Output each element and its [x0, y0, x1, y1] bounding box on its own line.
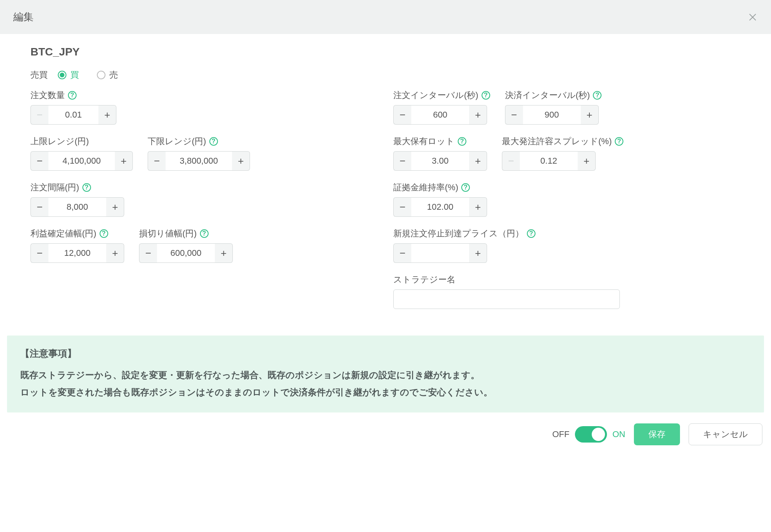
help-icon[interactable]: ?	[82, 183, 91, 192]
field-lower-range: 下限レンジ(円) ? − 3,800,000 +	[148, 136, 250, 171]
minus-button[interactable]: −	[30, 105, 48, 125]
plus-button[interactable]: +	[581, 105, 599, 125]
field-strategy-name: ストラテジー名	[393, 274, 620, 309]
label-order-qty: 注文数量	[30, 89, 65, 101]
radio-buy-label: 買	[70, 69, 79, 81]
field-stop-price: 新規注文停止到達プライス（円） ? − +	[393, 228, 535, 263]
value-order-qty[interactable]: 0.01	[48, 105, 98, 125]
plus-button[interactable]: +	[106, 197, 124, 217]
field-order-interval: 注文インターバル(秒) ? − 600 +	[393, 89, 490, 125]
field-max-spread: 最大発注許容スプレッド(%) ? − 0.12 +	[502, 136, 623, 171]
stepper-upper-range: − 4,100,000 +	[30, 151, 133, 171]
notice-line-1: 既存ストラテジーから、設定を変更・更新を行なった場合、既存のポジションは新規の設…	[20, 367, 751, 384]
toggle-knob-icon	[592, 428, 605, 441]
help-icon[interactable]: ?	[482, 91, 490, 100]
help-icon[interactable]: ?	[100, 229, 108, 238]
minus-button[interactable]: −	[148, 151, 166, 171]
plus-button[interactable]: +	[469, 243, 487, 263]
value-lower-range[interactable]: 3,800,000	[166, 151, 232, 171]
label-strategy-name: ストラテジー名	[393, 274, 455, 286]
help-icon[interactable]: ?	[527, 229, 535, 238]
minus-button[interactable]: −	[393, 243, 411, 263]
minus-button[interactable]: −	[505, 105, 523, 125]
close-icon	[748, 13, 757, 21]
input-strategy-name[interactable]	[393, 289, 620, 309]
label-lower-range: 下限レンジ(円)	[148, 136, 206, 147]
stepper-order-gap: − 8,000 +	[30, 197, 124, 217]
minus-button[interactable]: −	[30, 151, 48, 171]
plus-button[interactable]: +	[115, 151, 133, 171]
value-settle-interval[interactable]: 900	[523, 105, 581, 125]
toggle-off-label: OFF	[552, 429, 569, 439]
label-tp-width: 利益確定値幅(円)	[30, 228, 96, 239]
label-max-lots: 最大保有ロット	[393, 136, 455, 147]
help-icon[interactable]: ?	[68, 91, 77, 100]
value-tp-width[interactable]: 12,000	[48, 243, 106, 263]
buy-sell-label: 売買	[30, 69, 48, 81]
plus-button[interactable]: +	[469, 105, 487, 125]
field-upper-range: 上限レンジ(円) − 4,100,000 +	[30, 136, 133, 171]
enable-toggle[interactable]	[575, 426, 607, 443]
value-order-interval[interactable]: 600	[411, 105, 469, 125]
save-button[interactable]: 保存	[634, 423, 680, 445]
plus-button[interactable]: +	[98, 105, 116, 125]
label-max-spread: 最大発注許容スプレッド(%)	[502, 136, 612, 147]
plus-button[interactable]: +	[469, 151, 487, 171]
label-settle-interval: 決済インターバル(秒)	[505, 89, 590, 101]
minus-button[interactable]: −	[393, 197, 411, 217]
stepper-stop-price: − +	[393, 243, 535, 263]
help-icon[interactable]: ?	[593, 91, 601, 100]
close-button[interactable]	[748, 12, 758, 22]
radio-buy[interactable]: 買	[58, 69, 79, 81]
value-upper-range[interactable]: 4,100,000	[48, 151, 115, 171]
label-margin-ratio: 証拠金維持率(%)	[393, 182, 458, 193]
symbol-title: BTC_JPY	[30, 46, 741, 58]
radio-icon	[97, 71, 105, 79]
minus-button[interactable]: −	[502, 151, 520, 171]
stepper-lower-range: − 3,800,000 +	[148, 151, 250, 171]
plus-button[interactable]: +	[469, 197, 487, 217]
plus-button[interactable]: +	[232, 151, 250, 171]
stepper-settle-interval: − 900 +	[505, 105, 602, 125]
notice-line-2: ロットを変更された場合も既存ポジションはそのままのロットで決済条件が引き継がれま…	[20, 384, 751, 401]
help-icon[interactable]: ?	[209, 137, 218, 146]
stepper-max-lots: − 3.00 +	[393, 151, 487, 171]
stepper-sl-width: − 600,000 +	[139, 243, 233, 263]
notice-title: 【注意事項】	[20, 347, 751, 360]
help-icon[interactable]: ?	[615, 137, 623, 146]
field-margin-ratio: 証拠金維持率(%) ? − 102.00 +	[393, 182, 487, 217]
help-icon[interactable]: ?	[458, 137, 466, 146]
minus-button[interactable]: −	[139, 243, 157, 263]
minus-button[interactable]: −	[30, 243, 48, 263]
value-max-spread[interactable]: 0.12	[520, 151, 578, 171]
value-max-lots[interactable]: 3.00	[411, 151, 469, 171]
help-icon[interactable]: ?	[200, 229, 209, 238]
label-order-interval: 注文インターバル(秒)	[393, 89, 478, 101]
value-order-gap[interactable]: 8,000	[48, 197, 106, 217]
plus-button[interactable]: +	[106, 243, 124, 263]
stepper-max-spread: − 0.12 +	[502, 151, 623, 171]
value-stop-price[interactable]	[411, 243, 469, 263]
toggle-on-label: ON	[612, 429, 625, 439]
plus-button[interactable]: +	[215, 243, 233, 263]
dialog-header: 編集	[0, 0, 771, 34]
value-sl-width[interactable]: 600,000	[157, 243, 215, 263]
radio-sell[interactable]: 売	[97, 69, 118, 81]
minus-button[interactable]: −	[393, 151, 411, 171]
minus-button[interactable]: −	[393, 105, 411, 125]
label-sl-width: 損切り値幅(円)	[139, 228, 197, 239]
field-tp-width: 利益確定値幅(円) ? − 12,000 +	[30, 228, 124, 263]
help-icon[interactable]: ?	[461, 183, 470, 192]
notice-box: 【注意事項】 既存ストラテジーから、設定を変更・更新を行なった場合、既存のポジシ…	[7, 336, 764, 412]
buy-sell-row: 売買 買 売	[30, 69, 741, 81]
label-stop-price: 新規注文停止到達プライス（円）	[393, 228, 524, 239]
plus-button[interactable]: +	[578, 151, 596, 171]
label-order-gap: 注文間隔(円)	[30, 182, 79, 193]
stepper-margin-ratio: − 102.00 +	[393, 197, 487, 217]
radio-icon	[58, 71, 66, 79]
value-margin-ratio[interactable]: 102.00	[411, 197, 469, 217]
dialog-title: 編集	[13, 10, 34, 24]
dialog-footer: OFF ON 保存 キャンセル	[0, 412, 771, 456]
minus-button[interactable]: −	[30, 197, 48, 217]
cancel-button[interactable]: キャンセル	[689, 423, 762, 445]
